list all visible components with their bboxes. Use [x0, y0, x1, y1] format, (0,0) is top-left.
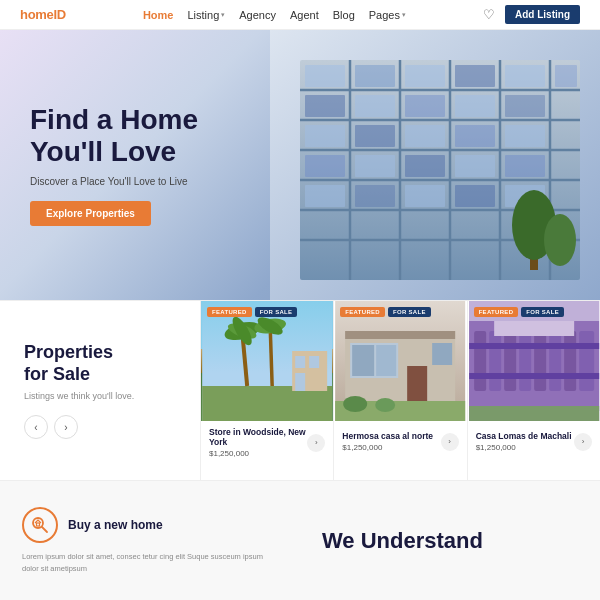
buy-home-panel: Buy a new home Lorem ipsum dolor sit ame… — [0, 481, 300, 600]
chevron-down-icon: ▾ — [221, 11, 225, 19]
logo-home: home — [20, 7, 53, 22]
property-card-3[interactable]: FEATURED FOR SALE Casa Lomas de Machali … — [467, 301, 600, 480]
svg-rect-26 — [405, 125, 445, 147]
svg-rect-15 — [405, 65, 445, 87]
svg-rect-60 — [376, 345, 396, 376]
card-3-name: Casa Lomas de Machali — [476, 431, 574, 441]
svg-rect-30 — [355, 155, 395, 177]
svg-rect-32 — [455, 155, 495, 177]
buy-home-header: Buy a new home — [22, 507, 278, 543]
properties-left-panel: Propertiesfor Sale Listings we think you… — [0, 301, 200, 480]
svg-rect-31 — [405, 155, 445, 177]
nav-item-pages[interactable]: Pages ▾ — [369, 9, 406, 21]
card-2-badges: FEATURED FOR SALE — [340, 307, 430, 317]
svg-rect-71 — [519, 331, 531, 391]
card-1-badges: FEATURED FOR SALE — [207, 307, 297, 317]
svg-rect-53 — [309, 356, 319, 368]
svg-rect-52 — [295, 356, 305, 368]
svg-rect-59 — [352, 345, 374, 376]
property-image-2 — [334, 301, 466, 421]
next-button[interactable]: › — [54, 415, 78, 439]
svg-line-48 — [270, 326, 272, 386]
svg-rect-68 — [474, 331, 486, 391]
card-1-arrow-icon[interactable]: › — [307, 434, 325, 452]
svg-rect-74 — [564, 331, 576, 391]
carousel-controls: ‹ › — [24, 415, 176, 439]
navbar-actions: ♡ Add Listing — [483, 5, 580, 24]
svg-rect-37 — [455, 185, 495, 207]
svg-rect-25 — [355, 125, 395, 147]
buy-home-icon — [22, 507, 58, 543]
prev-button[interactable]: ‹ — [24, 415, 48, 439]
card-3-arrow-icon[interactable]: › — [574, 433, 592, 451]
nav-item-home[interactable]: Home — [143, 9, 174, 21]
hero-title: Find a HomeYou'll Love — [30, 104, 198, 168]
featured-badge-2: FEATURED — [340, 307, 385, 317]
featured-badge-3: FEATURED — [474, 307, 519, 317]
svg-rect-35 — [355, 185, 395, 207]
card-3-price: $1,250,000 — [476, 443, 574, 452]
svg-point-64 — [343, 396, 367, 412]
card-2-info: Hermosa casa al norte $1,250,000 › — [334, 425, 466, 458]
navbar: homeID Home Listing ▾ Agency Agent Blog … — [0, 0, 600, 30]
svg-rect-34 — [305, 185, 345, 207]
sale-badge: FOR SALE — [255, 307, 298, 317]
svg-rect-54 — [295, 373, 305, 391]
add-listing-button[interactable]: Add Listing — [505, 5, 580, 24]
card-3-info: Casa Lomas de Machali $1,250,000 › — [468, 425, 600, 458]
svg-rect-16 — [455, 65, 495, 87]
nav-item-blog[interactable]: Blog — [333, 9, 355, 21]
svg-rect-17 — [505, 65, 545, 87]
card-2-price: $1,250,000 — [342, 443, 440, 452]
card-1-info: Store in Woodside, New York $1,250,000 › — [201, 421, 333, 464]
svg-rect-28 — [505, 125, 545, 147]
svg-rect-62 — [432, 343, 452, 365]
explore-properties-button[interactable]: Explore Properties — [30, 201, 151, 226]
chevron-down-icon-pages: ▾ — [402, 11, 406, 19]
card-2-arrow-icon[interactable]: › — [441, 433, 459, 451]
bottom-section: Buy a new home Lorem ipsum dolor sit ame… — [0, 480, 600, 600]
svg-rect-72 — [534, 331, 546, 391]
svg-rect-33 — [505, 155, 545, 177]
logo[interactable]: homeID — [20, 7, 66, 22]
hero-building-image — [270, 30, 600, 300]
search-house-icon — [31, 516, 49, 534]
svg-rect-29 — [305, 155, 345, 177]
svg-rect-69 — [489, 331, 501, 391]
svg-point-65 — [375, 398, 395, 412]
nav-item-agency[interactable]: Agency — [239, 9, 276, 21]
property-card-2[interactable]: FEATURED FOR SALE Hermosa casa al norte … — [333, 301, 466, 480]
properties-subtitle: Listings we think you'll love. — [24, 391, 176, 401]
properties-section: Propertiesfor Sale Listings we think you… — [0, 300, 600, 480]
hero-subtitle: Discover a Place You'll Love to Live — [30, 176, 198, 187]
buy-home-description: Lorem ipsum dolor sit amet, consec tetur… — [22, 551, 278, 574]
svg-rect-27 — [455, 125, 495, 147]
logo-id: ID — [53, 7, 65, 22]
hero-content: Find a HomeYou'll Love Discover a Place … — [0, 104, 198, 226]
svg-rect-13 — [305, 65, 345, 87]
svg-rect-24 — [305, 125, 345, 147]
property-image-3 — [468, 301, 600, 421]
svg-line-82 — [42, 527, 47, 532]
svg-rect-14 — [355, 65, 395, 87]
svg-rect-75 — [579, 331, 594, 391]
nav-item-listing[interactable]: Listing ▾ — [187, 9, 225, 21]
svg-rect-57 — [345, 331, 455, 339]
buy-home-title: Buy a new home — [68, 518, 163, 532]
properties-title: Propertiesfor Sale — [24, 342, 176, 385]
sale-badge-3: FOR SALE — [521, 307, 564, 317]
property-card-1[interactable]: FEATURED FOR SALE Store in Woodside, New… — [200, 301, 333, 480]
nav-item-agent[interactable]: Agent — [290, 9, 319, 21]
svg-rect-21 — [405, 95, 445, 117]
svg-rect-83 — [37, 523, 40, 526]
nav-menu: Home Listing ▾ Agency Agent Blog Pages ▾ — [143, 9, 406, 21]
svg-rect-73 — [549, 331, 561, 391]
sale-badge-2: FOR SALE — [388, 307, 431, 317]
we-understand-title: We Understand — [322, 528, 483, 554]
svg-rect-19 — [305, 95, 345, 117]
wishlist-heart-icon[interactable]: ♡ — [483, 7, 495, 22]
building-svg — [270, 30, 600, 300]
card-2-name: Hermosa casa al norte — [342, 431, 440, 441]
featured-badge: FEATURED — [207, 307, 252, 317]
hero-section: Find a HomeYou'll Love Discover a Place … — [0, 30, 600, 300]
